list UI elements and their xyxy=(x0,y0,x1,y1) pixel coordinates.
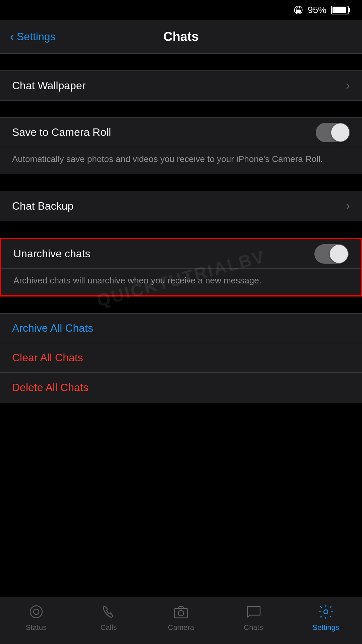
spacer-3 xyxy=(0,174,362,191)
svg-rect-1 xyxy=(296,10,301,13)
tab-bar: Status Calls Camera Chats xyxy=(0,597,362,644)
svg-point-6 xyxy=(324,610,328,614)
delete-all-label: Delete All Chats xyxy=(12,381,88,394)
calls-tab-label: Calls xyxy=(101,623,117,632)
content-area: Chat Wallpaper › Save to Camera Roll Aut… xyxy=(0,54,362,456)
archive-all-label: Archive All Chats xyxy=(12,322,93,334)
status-tab-icon xyxy=(27,603,45,621)
chat-backup-section: Chat Backup › xyxy=(0,191,362,221)
chat-wallpaper-section: Chat Wallpaper › xyxy=(0,70,362,101)
calls-tab-icon xyxy=(100,603,117,621)
tab-chats[interactable]: Chats xyxy=(230,603,277,632)
status-tab-label: Status xyxy=(26,623,47,632)
back-label: Settings xyxy=(17,31,56,43)
unarchive-toggle[interactable] xyxy=(314,244,349,264)
spacer-4 xyxy=(0,221,362,238)
tab-settings[interactable]: Settings xyxy=(302,603,349,632)
battery-fill xyxy=(333,7,346,13)
archive-all-row[interactable]: Archive All Chats xyxy=(0,314,362,343)
delete-all-row[interactable]: Delete All Chats xyxy=(0,373,362,402)
unarchive-label: Unarchive chats xyxy=(13,248,90,260)
camera-roll-section: Save to Camera Roll Automatically save p… xyxy=(0,117,362,174)
camera-tab-icon xyxy=(172,603,190,621)
actions-section: Archive All Chats Clear All Chats Delete… xyxy=(0,313,362,402)
svg-point-3 xyxy=(34,609,39,614)
camera-roll-row[interactable]: Save to Camera Roll xyxy=(0,118,362,147)
clear-all-label: Clear All Chats xyxy=(12,352,83,364)
camera-roll-toggle[interactable] xyxy=(316,123,350,142)
svg-point-2 xyxy=(30,606,42,618)
spacer-5 xyxy=(0,297,362,313)
tab-camera[interactable]: Camera xyxy=(158,603,204,632)
lock-icon xyxy=(294,5,303,15)
chat-wallpaper-label: Chat Wallpaper xyxy=(12,79,85,92)
chats-tab-label: Chats xyxy=(244,623,263,632)
spacer-1 xyxy=(0,54,362,70)
status-bar: 95% xyxy=(0,0,362,20)
svg-rect-4 xyxy=(174,608,188,618)
settings-tab-label: Settings xyxy=(312,623,339,632)
chats-tab-icon xyxy=(245,603,262,621)
settings-tab-icon xyxy=(317,603,335,621)
tab-calls[interactable]: Calls xyxy=(85,603,132,632)
unarchive-toggle-knob xyxy=(330,245,348,263)
unarchive-row[interactable]: Unarchive chats xyxy=(1,239,361,269)
battery-percentage: 95% xyxy=(308,5,326,15)
clear-all-row[interactable]: Clear All Chats xyxy=(0,343,362,373)
tab-status[interactable]: Status xyxy=(13,603,60,632)
back-button[interactable]: ‹ Settings xyxy=(10,31,56,43)
svg-point-5 xyxy=(178,610,184,616)
page-title: Chats xyxy=(163,30,199,44)
camera-tab-label: Camera xyxy=(168,623,194,632)
unarchive-section: Unarchive chats Archived chats will unar… xyxy=(0,238,362,297)
camera-roll-toggle-knob xyxy=(331,123,349,142)
back-chevron-icon: ‹ xyxy=(10,31,14,43)
battery-icon xyxy=(331,6,349,14)
chat-wallpaper-row[interactable]: Chat Wallpaper › xyxy=(0,71,362,100)
camera-roll-description: Automatically save photos and videos you… xyxy=(0,147,362,174)
spacer-2 xyxy=(0,101,362,117)
chat-wallpaper-chevron-icon: › xyxy=(346,78,350,93)
chat-backup-chevron-icon: › xyxy=(346,199,350,213)
chat-backup-label: Chat Backup xyxy=(12,200,73,212)
unarchive-description: Archived chats will unarchive when you r… xyxy=(1,269,361,295)
chat-backup-row[interactable]: Chat Backup › xyxy=(0,191,362,221)
nav-bar: ‹ Settings Chats xyxy=(0,20,362,54)
camera-roll-label: Save to Camera Roll xyxy=(12,126,111,139)
status-bar-right: 95% xyxy=(294,5,349,15)
